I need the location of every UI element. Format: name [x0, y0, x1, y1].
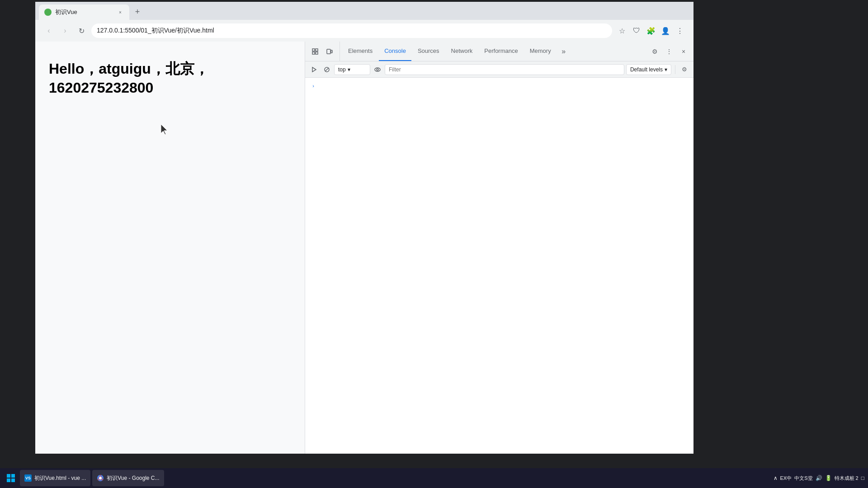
console-run-button[interactable] — [309, 64, 320, 75]
vscode-icon: VS — [24, 474, 32, 482]
extension-button[interactable]: 🧩 — [645, 24, 657, 37]
cursor-icon — [161, 124, 169, 135]
page-content: Hello，atguigu，北京， 1620275232800 — [35, 42, 305, 454]
tab-sources[interactable]: Sources — [412, 42, 445, 61]
tab-bar: 初识Vue × + — [35, 2, 693, 20]
context-arrow: ▾ — [348, 66, 350, 73]
inspect-element-button[interactable] — [309, 45, 321, 58]
taskbar-vscode-label: 初识Vue.html - vue ... — [34, 474, 86, 482]
console-clear-button[interactable] — [321, 64, 332, 75]
tab-network[interactable]: Network — [446, 42, 478, 61]
tray-lang: 中文S堂 — [794, 475, 812, 482]
tray-volume[interactable]: 🔊 — [816, 475, 822, 481]
default-levels-selector[interactable]: Default levels ▾ — [626, 64, 671, 75]
menu-button[interactable]: ⋮ — [674, 24, 686, 37]
tray-battery[interactable]: 🔋 — [825, 475, 832, 481]
tray-ime: EX中 — [780, 475, 792, 482]
taskbar: VS 初识Vue.html - vue ... 初识Vue - Google C… — [0, 468, 868, 488]
reload-button[interactable]: ↻ — [75, 24, 88, 37]
context-value: top — [338, 66, 346, 73]
svg-point-9 — [375, 68, 380, 71]
taskbar-item-vscode[interactable]: VS 初识Vue.html - vue ... — [20, 470, 90, 486]
taskbar-right: ∧ EX中 中文S堂 🔊 🔋 特木成桩 2 □ — [774, 475, 864, 482]
run-icon — [311, 66, 317, 73]
svg-rect-5 — [331, 50, 332, 53]
tab-close-button[interactable]: × — [117, 9, 124, 16]
devtools-tabs: Elements Console Sources Network Perform… — [305, 42, 693, 61]
tray-time: 特木成桩 2 — [835, 475, 859, 482]
page-heading: Hello，atguigu，北京， 1620275232800 — [49, 60, 291, 97]
svg-rect-0 — [312, 49, 315, 51]
svg-marker-6 — [312, 67, 316, 72]
svg-rect-3 — [316, 52, 318, 54]
devtools-actions: ⚙ ⋮ × — [648, 42, 690, 61]
tab-elements[interactable]: Elements — [343, 42, 378, 61]
context-selector[interactable]: top ▾ — [334, 64, 370, 75]
start-button[interactable] — [4, 471, 18, 485]
system-tray: ∧ EX中 中文S堂 🔊 🔋 特木成桩 2 □ — [774, 475, 864, 482]
tab-memory[interactable]: Memory — [524, 42, 557, 61]
svg-rect-1 — [316, 49, 318, 51]
default-levels-arrow: ▾ — [665, 66, 667, 73]
devtools-icon-group — [309, 42, 340, 61]
default-levels-label: Default levels — [630, 66, 663, 73]
svg-rect-2 — [312, 52, 315, 54]
device-toggle-button[interactable] — [323, 45, 336, 58]
tray-chevron[interactable]: ∧ — [774, 475, 778, 481]
svg-rect-14 — [11, 479, 15, 482]
windows-icon — [6, 474, 15, 483]
console-toolbar: top ▾ Default levels ▾ ⚙ — [305, 61, 693, 78]
address-bar: ‹ › ↻ 127.0.0.1:5500/01_初识Vue/初识Vue.html… — [35, 20, 693, 42]
forward-button[interactable]: › — [59, 24, 71, 37]
tray-notification[interactable]: □ — [861, 475, 864, 481]
svg-rect-11 — [7, 474, 10, 478]
tab-console[interactable]: Console — [379, 42, 411, 61]
toolbar-icons: ☆ 🛡 🧩 👤 ⋮ — [616, 24, 686, 37]
page-heading-line2: 1620275232800 — [49, 80, 153, 96]
console-expand-arrow[interactable]: › — [309, 81, 318, 90]
inspect-icon — [312, 48, 318, 55]
devtools-close-button[interactable]: × — [677, 45, 690, 58]
svg-rect-12 — [11, 474, 15, 478]
svg-rect-13 — [7, 479, 10, 482]
back-button[interactable]: ‹ — [42, 24, 55, 37]
toolbar-divider — [675, 65, 675, 74]
taskbar-chrome-label: 初识Vue - Google C... — [107, 474, 159, 482]
more-tabs-button[interactable]: » — [557, 42, 570, 61]
active-tab[interactable]: 初识Vue × — [39, 5, 129, 20]
url-bar[interactable]: 127.0.0.1:5500/01_初识Vue/初识Vue.html — [91, 23, 612, 38]
devtools-more-button[interactable]: ⋮ — [663, 45, 675, 58]
tab-favicon — [44, 9, 52, 16]
eye-icon — [374, 66, 381, 73]
device-icon — [326, 48, 333, 55]
svg-rect-4 — [327, 49, 330, 54]
clear-icon — [324, 66, 330, 73]
page-heading-line1: Hello，atguigu，北京， — [49, 61, 209, 77]
tab-performance[interactable]: Performance — [479, 42, 523, 61]
console-content[interactable]: › — [305, 78, 693, 454]
devtools-panel: Elements Console Sources Network Perform… — [305, 42, 693, 454]
svg-line-8 — [325, 68, 329, 71]
account-button[interactable]: 👤 — [659, 24, 672, 37]
taskbar-item-chrome[interactable]: 初识Vue - Google C... — [92, 470, 164, 486]
svg-point-16 — [99, 477, 102, 479]
svg-point-10 — [377, 69, 378, 70]
filter-input[interactable] — [385, 64, 624, 75]
bookmark-button[interactable]: ☆ — [616, 24, 628, 37]
tab-label: 初识Vue — [55, 8, 113, 16]
console-settings-button[interactable]: ⚙ — [679, 64, 690, 75]
url-text: 127.0.0.1:5500/01_初识Vue/初识Vue.html — [97, 27, 607, 35]
shield-button[interactable]: 🛡 — [630, 24, 643, 37]
new-tab-button[interactable]: + — [131, 5, 144, 18]
browser-window: 初识Vue × + ‹ › ↻ 127.0.0.1:5500/01_初识Vue/… — [35, 2, 693, 454]
content-area: Hello，atguigu，北京， 1620275232800 — [35, 42, 693, 454]
devtools-settings-button[interactable]: ⚙ — [648, 45, 661, 58]
chrome-icon — [97, 474, 104, 482]
eye-button[interactable] — [372, 64, 383, 75]
